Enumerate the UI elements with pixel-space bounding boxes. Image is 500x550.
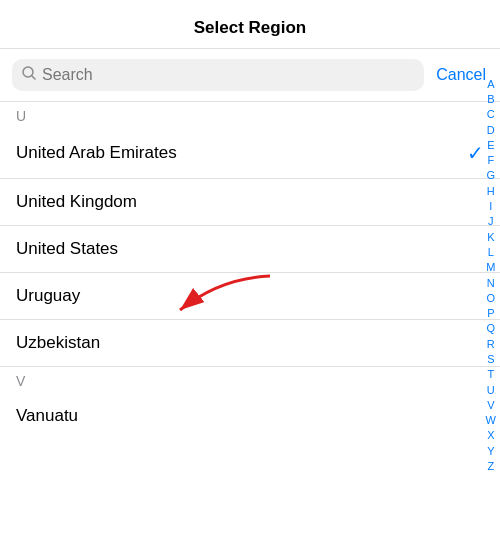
alpha-letter-a[interactable]: A [487, 77, 494, 91]
item-label: Vanuatu [16, 406, 78, 426]
alpha-letter-b[interactable]: B [487, 92, 494, 106]
region-list: UUnited Arab Emirates✓United KingdomUnit… [0, 102, 500, 522]
alpha-letter-s[interactable]: S [487, 352, 494, 366]
section-header-u: U [0, 102, 500, 128]
alpha-letter-h[interactable]: H [487, 184, 495, 198]
list-item[interactable]: United Kingdom [0, 179, 500, 226]
alpha-letter-w[interactable]: W [486, 413, 496, 427]
alpha-letter-r[interactable]: R [487, 337, 495, 351]
search-box [12, 59, 424, 91]
svg-line-1 [32, 76, 35, 79]
item-label: United Arab Emirates [16, 143, 177, 163]
alpha-letter-u[interactable]: U [487, 383, 495, 397]
item-label: Uzbekistan [16, 333, 100, 353]
list-item[interactable]: Vanuatu [0, 393, 500, 439]
alpha-letter-e[interactable]: E [487, 138, 494, 152]
alpha-letter-g[interactable]: G [487, 168, 496, 182]
page-title: Select Region [194, 18, 306, 37]
alpha-letter-k[interactable]: K [487, 230, 494, 244]
alpha-letter-t[interactable]: T [487, 367, 494, 381]
alpha-letter-j[interactable]: J [488, 214, 494, 228]
list-item[interactable]: United Arab Emirates✓ [0, 128, 500, 179]
alpha-letter-z[interactable]: Z [487, 459, 494, 473]
alpha-letter-p[interactable]: P [487, 306, 494, 320]
alpha-letter-x[interactable]: X [487, 428, 494, 442]
cancel-button[interactable]: Cancel [434, 66, 488, 84]
section-header-v: V [0, 367, 500, 393]
alpha-letter-o[interactable]: O [487, 291, 496, 305]
list-item[interactable]: Uruguay [0, 273, 500, 320]
checkmark-icon: ✓ [467, 141, 484, 165]
alpha-letter-d[interactable]: D [487, 123, 495, 137]
list-item[interactable]: United States [0, 226, 500, 273]
search-input[interactable] [42, 66, 414, 84]
alpha-letter-m[interactable]: M [486, 260, 495, 274]
search-bar-row: Cancel [0, 49, 500, 102]
alpha-letter-v[interactable]: V [487, 398, 494, 412]
item-label: United Kingdom [16, 192, 137, 212]
item-label: Uruguay [16, 286, 80, 306]
item-label: United States [16, 239, 118, 259]
alpha-letter-y[interactable]: Y [487, 444, 494, 458]
alpha-letter-i[interactable]: I [489, 199, 492, 213]
header: Select Region [0, 0, 500, 49]
alpha-letter-q[interactable]: Q [487, 321, 496, 335]
alpha-letter-n[interactable]: N [487, 276, 495, 290]
search-icon [22, 66, 36, 84]
alpha-letter-c[interactable]: C [487, 107, 495, 121]
alpha-letter-l[interactable]: L [488, 245, 494, 259]
list-item[interactable]: Uzbekistan [0, 320, 500, 367]
alpha-letter-f[interactable]: F [487, 153, 494, 167]
